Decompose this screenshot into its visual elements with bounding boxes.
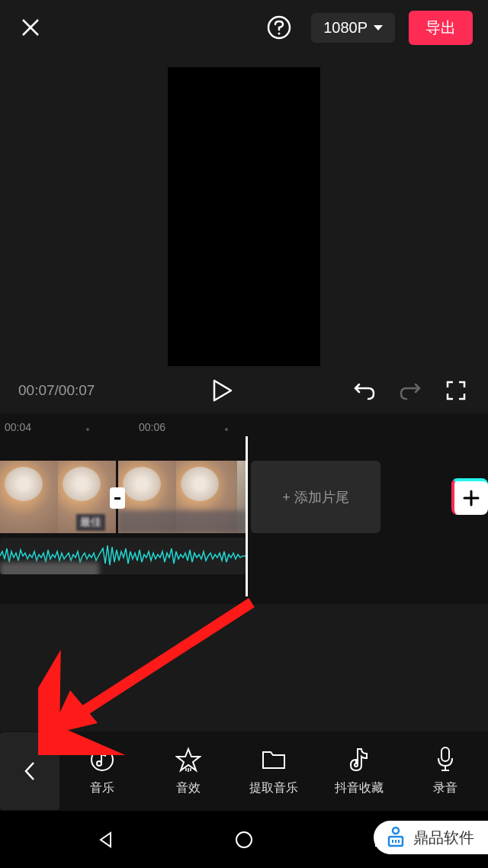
tool-sound-effect[interactable]: 音效 [145, 746, 230, 796]
tool-douyin-favorites[interactable]: 抖音收藏 [316, 746, 402, 796]
clip-join-handle[interactable] [110, 487, 125, 509]
add-ending-label: + 添加片尾 [282, 488, 349, 506]
tool-label: 抖音收藏 [335, 780, 384, 796]
close-icon [20, 17, 41, 38]
mic-icon [435, 746, 455, 773]
playhead[interactable] [246, 436, 248, 596]
chevron-down-icon [374, 25, 383, 31]
redo-icon [399, 380, 422, 401]
svg-point-1 [278, 33, 281, 35]
svg-point-5 [236, 832, 252, 847]
redo-button[interactable] [396, 377, 424, 404]
play-button[interactable] [209, 377, 236, 404]
chevron-left-icon [23, 760, 37, 783]
arrow-annotation [38, 587, 267, 755]
back-button[interactable] [0, 732, 59, 810]
douyin-icon [348, 747, 371, 773]
ruler-tick [86, 428, 89, 431]
export-button[interactable]: 导出 [409, 11, 473, 45]
tool-label: 音乐 [90, 780, 114, 796]
resolution-value: 1080P [323, 19, 368, 37]
clips-row: 最佳 + 添加片尾 [0, 461, 488, 533]
watermark-logo-icon [384, 826, 407, 849]
help-icon [266, 14, 292, 40]
add-clip-button[interactable] [451, 478, 488, 515]
undo-icon [353, 380, 376, 401]
watermark-text: 鼎品软件 [413, 828, 474, 848]
plus-icon [462, 489, 480, 507]
triangle-left-icon [97, 831, 115, 849]
watermark: 鼎品软件 [374, 821, 488, 854]
add-ending-button[interactable]: + 添加片尾 [251, 461, 380, 533]
star-icon [175, 747, 201, 773]
tool-label: 提取音乐 [249, 780, 298, 796]
music-icon [89, 747, 115, 773]
audio-row [0, 538, 488, 574]
export-label: 导出 [425, 19, 456, 36]
circle-icon [234, 830, 254, 850]
tool-music[interactable]: 音乐 [59, 746, 145, 796]
video-clip[interactable]: 最佳 [0, 461, 116, 533]
help-button[interactable] [264, 12, 294, 43]
undo-button[interactable] [351, 377, 378, 404]
preview-area [0, 55, 488, 368]
resolution-select[interactable]: 1080P [311, 13, 395, 43]
tool-extract-music[interactable]: 提取音乐 [231, 746, 316, 796]
time-display: 00:07/00:07 [18, 382, 95, 399]
nav-back[interactable] [92, 826, 120, 854]
playback-controls: 00:07/00:07 [0, 368, 488, 413]
tool-record[interactable]: 录音 [403, 746, 488, 796]
video-clip[interactable] [118, 461, 246, 533]
fullscreen-button[interactable] [442, 377, 470, 404]
folder-icon [261, 748, 287, 771]
bottom-toolbar: 音乐 音效 提取音乐 抖音收藏 [0, 731, 488, 811]
tool-label: 音效 [176, 780, 201, 796]
preview-video[interactable] [168, 67, 320, 366]
tool-label: 录音 [433, 780, 458, 796]
header: 1080P 导出 [0, 0, 488, 55]
audio-track[interactable] [0, 538, 246, 574]
ruler-label: 00:04 [5, 421, 31, 433]
play-icon [213, 379, 233, 402]
ruler-tick [225, 428, 228, 431]
nav-home[interactable] [230, 826, 258, 854]
close-button[interactable] [15, 12, 46, 43]
timeline-ruler: 00:04 00:06 [0, 421, 488, 439]
svg-point-7 [393, 828, 399, 834]
clip-badge: 最佳 [76, 514, 105, 531]
svg-rect-4 [441, 747, 449, 761]
fullscreen-icon [445, 380, 467, 401]
timeline[interactable]: 00:04 00:06 最佳 + 添加片尾 [0, 413, 488, 604]
ruler-label: 00:06 [139, 421, 165, 433]
